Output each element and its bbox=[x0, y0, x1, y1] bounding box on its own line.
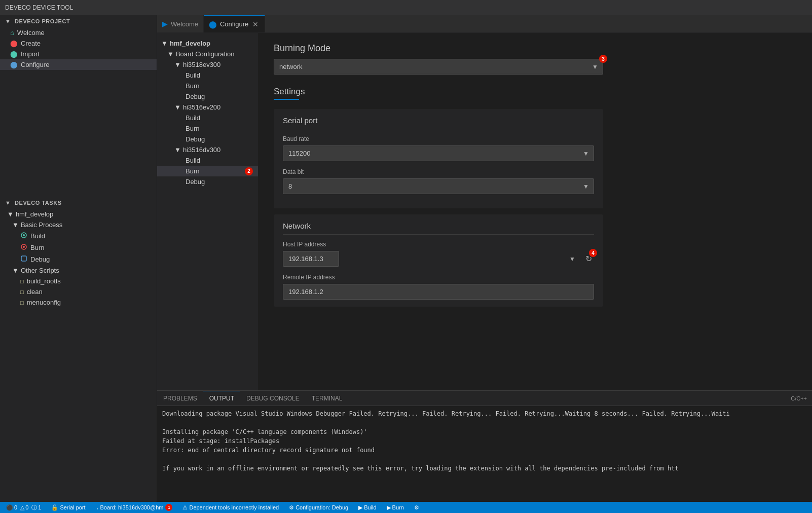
task-burn[interactable]: Burn bbox=[0, 242, 157, 253]
sidebar-item-welcome[interactable]: ⌂ Welcome bbox=[0, 27, 157, 38]
settings-title: Settings bbox=[274, 87, 797, 97]
import-icon: ⬤ bbox=[10, 50, 18, 58]
tasks-section-label: DEVECO TASKS bbox=[15, 200, 62, 206]
build-label: Build bbox=[364, 504, 376, 510]
burn-status-icon: ▶ bbox=[387, 504, 391, 511]
task-label: Build bbox=[30, 232, 45, 240]
status-settings[interactable]: ⚙ bbox=[412, 504, 421, 511]
warning-icon: △ bbox=[20, 504, 24, 511]
filetree-hi3518ev300[interactable]: ▼ hi3518ev300 bbox=[157, 59, 258, 70]
host-ip-select[interactable]: 192.168.1.3 192.168.1.1 bbox=[283, 251, 339, 267]
filetree-board-config[interactable]: ▼ Board Configuration bbox=[157, 49, 258, 59]
burn-badge: 2 bbox=[245, 167, 253, 175]
filetree-label: hi3516ev200 bbox=[183, 103, 220, 111]
filetree-label: Build bbox=[186, 114, 200, 122]
config-label: Configuration: Debug bbox=[296, 504, 348, 510]
filetree-hi3516dv300-debug[interactable]: Debug bbox=[157, 176, 258, 187]
sidebar-item-label: Configure bbox=[21, 61, 49, 68]
tasks-project-label: hmf_develop bbox=[16, 210, 53, 218]
tasks-section-header[interactable]: ▼ DEVECO TASKS bbox=[0, 197, 157, 209]
status-configuration[interactable]: ⚙ Configuration: Debug bbox=[287, 504, 350, 511]
project-section-header[interactable]: ▼ DEVECO PROJECT bbox=[0, 15, 157, 27]
status-board[interactable]: ⸼ Board: hi3516dv300@hm 1 bbox=[94, 504, 175, 511]
status-burn[interactable]: ▶ Burn bbox=[385, 504, 406, 511]
chevron-down-icon: ▼ bbox=[174, 61, 181, 68]
panel-tab-label: TERMINAL bbox=[312, 395, 343, 402]
script-label: clean bbox=[27, 288, 43, 296]
home-icon: ⌂ bbox=[10, 29, 14, 36]
burn-label: Burn bbox=[392, 504, 404, 510]
script-label: menuconfig bbox=[27, 299, 61, 306]
filetree-hi3516dv300[interactable]: ▼ hi3516dv300 bbox=[157, 144, 258, 155]
script-icon: □ bbox=[20, 289, 24, 295]
data-bit-select[interactable]: 8 7 bbox=[283, 178, 594, 194]
chevron-down-icon: ▼ bbox=[174, 103, 181, 111]
serial-icon: 🔓 bbox=[51, 504, 58, 511]
dependent-label: Dependent tools incorrectly installed bbox=[189, 504, 279, 510]
panel-tab-problems[interactable]: PROBLEMS bbox=[157, 391, 203, 406]
filetree-hi3518-debug[interactable]: Debug bbox=[157, 91, 258, 102]
task-label: Burn bbox=[30, 244, 44, 251]
sidebar-item-label: Create bbox=[21, 40, 41, 47]
chevron-down-icon: ▼ bbox=[12, 221, 19, 229]
burning-mode-select[interactable]: network serial usb bbox=[274, 59, 603, 75]
serial-label: Serial port bbox=[60, 504, 85, 510]
status-dependent[interactable]: ⚠ Dependent tools incorrectly installed bbox=[180, 504, 281, 511]
filetree-hi3516dv300-build[interactable]: Build bbox=[157, 155, 258, 166]
tab-configure[interactable]: ⬤ Configure ✕ bbox=[204, 15, 265, 32]
error-icon: ⚫ bbox=[6, 504, 13, 511]
script-label: build_rootfs bbox=[27, 277, 61, 285]
panel-line bbox=[162, 455, 807, 464]
task-build[interactable]: Build bbox=[0, 230, 157, 242]
panel-line: Downloading package Visual Studio Window… bbox=[162, 409, 807, 418]
filetree-hi3516ev200[interactable]: ▼ hi3516ev200 bbox=[157, 102, 258, 113]
network-title: Network bbox=[283, 222, 594, 235]
status-build[interactable]: ▶ Build bbox=[356, 504, 378, 511]
debug-icon bbox=[20, 255, 27, 264]
filetree-root[interactable]: ▼ hmf_develop bbox=[157, 38, 258, 49]
filetree-hi3516dv300-burn[interactable]: Burn 2 bbox=[157, 166, 258, 176]
gear-icon: ⚙ bbox=[414, 504, 419, 511]
sidebar-item-configure[interactable]: ⬤ Configure bbox=[0, 59, 157, 70]
sidebar-item-import[interactable]: ⬤ Import bbox=[0, 49, 157, 59]
status-errors[interactable]: ⚫ 0 △ 0 ⓘ 1 bbox=[4, 504, 43, 511]
script-clean[interactable]: □ clean bbox=[0, 286, 157, 297]
filetree-label: Burn bbox=[186, 125, 199, 132]
svg-point-3 bbox=[23, 246, 25, 248]
chevron-down-icon: ▼ bbox=[167, 50, 174, 58]
panel-tab-terminal[interactable]: TERMINAL bbox=[306, 391, 349, 406]
filetree-hi3516ev200-burn[interactable]: Burn bbox=[157, 123, 258, 134]
tasks-project-item[interactable]: ▼ hmf_develop bbox=[0, 209, 157, 219]
basic-process-group[interactable]: ▼ Basic Process bbox=[0, 219, 157, 230]
filetree-label: Board Configuration bbox=[176, 50, 235, 58]
chevron-down-icon: ▼ bbox=[161, 40, 168, 47]
status-serial-port[interactable]: 🔓 Serial port bbox=[49, 504, 87, 511]
panel-line: If you work in an offline environment or… bbox=[162, 464, 807, 473]
baud-rate-label: Baud rate bbox=[283, 135, 594, 142]
sidebar-item-create[interactable]: ⬤ Create bbox=[0, 38, 157, 49]
panel-tab-debug-console[interactable]: DEBUG CONSOLE bbox=[240, 391, 306, 406]
filetree-hi3518-build[interactable]: Build bbox=[157, 70, 258, 81]
tab-welcome[interactable]: ▶ Welcome bbox=[157, 15, 204, 32]
panel-line: Failed at stage: installPackages bbox=[162, 436, 807, 446]
chevron-down-icon: ▼ bbox=[5, 200, 11, 206]
script-menuconfig[interactable]: □ menuconfig bbox=[0, 297, 157, 308]
baud-rate-select[interactable]: 115200 57600 38400 bbox=[283, 145, 594, 161]
filetree-label: Debug bbox=[186, 178, 205, 186]
script-build-rootfs[interactable]: □ build_rootfs bbox=[0, 276, 157, 286]
app-title: DEVECO DEVICE TOOL bbox=[5, 4, 73, 11]
host-ip-label: Host IP address bbox=[283, 241, 594, 248]
filetree-hi3518-burn[interactable]: Burn bbox=[157, 81, 258, 91]
filetree-hi3516ev200-build[interactable]: Build bbox=[157, 113, 258, 123]
configure-icon: ⬤ bbox=[10, 61, 18, 68]
serial-port-title: Serial port bbox=[283, 116, 594, 129]
data-bit-label: Data bit bbox=[283, 168, 594, 175]
filetree-root-label: hmf_develop bbox=[170, 40, 210, 47]
filetree-label: Build bbox=[186, 157, 200, 164]
other-scripts-group[interactable]: ▼ Other Scripts bbox=[0, 265, 157, 276]
filetree-label: Build bbox=[186, 71, 200, 79]
panel-tab-output[interactable]: OUTPUT bbox=[203, 391, 240, 406]
tab-close-button[interactable]: ✕ bbox=[251, 19, 260, 29]
task-debug[interactable]: Debug bbox=[0, 253, 157, 265]
filetree-hi3516ev200-debug[interactable]: Debug bbox=[157, 134, 258, 144]
